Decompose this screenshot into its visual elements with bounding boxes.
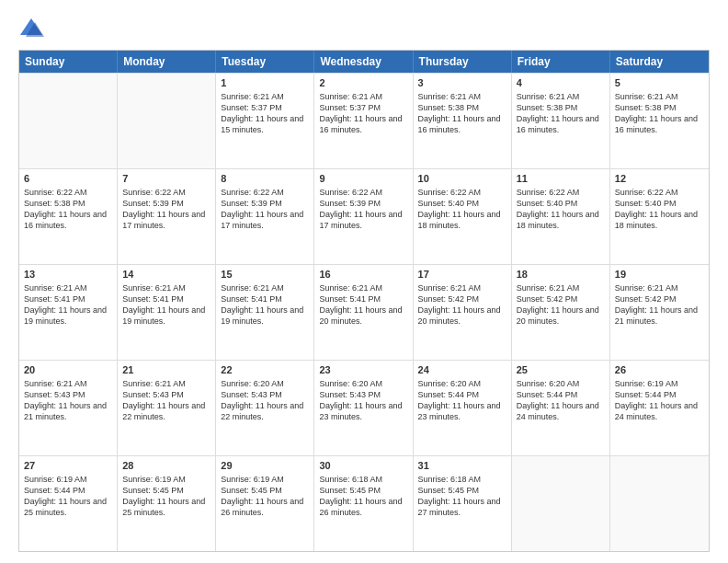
calendar-row-1: 1Sunrise: 6:21 AM Sunset: 5:37 PM Daylig… <box>19 73 709 168</box>
day-info: Sunrise: 6:22 AM Sunset: 5:40 PM Dayligh… <box>615 187 704 232</box>
day-info: Sunrise: 6:18 AM Sunset: 5:45 PM Dayligh… <box>319 474 407 519</box>
day-cell-12: 12Sunrise: 6:22 AM Sunset: 5:40 PM Dayli… <box>610 169 709 264</box>
day-cell-16: 16Sunrise: 6:21 AM Sunset: 5:41 PM Dayli… <box>314 265 413 360</box>
day-cell-7: 7Sunrise: 6:22 AM Sunset: 5:39 PM Daylig… <box>118 169 216 264</box>
day-cell-17: 17Sunrise: 6:21 AM Sunset: 5:42 PM Dayli… <box>414 265 512 360</box>
day-number: 20 <box>24 363 112 377</box>
calendar-row-2: 6Sunrise: 6:22 AM Sunset: 5:38 PM Daylig… <box>19 168 709 264</box>
day-info: Sunrise: 6:21 AM Sunset: 5:41 PM Dayligh… <box>122 282 210 327</box>
day-info: Sunrise: 6:19 AM Sunset: 5:44 PM Dayligh… <box>24 474 112 519</box>
day-info: Sunrise: 6:21 AM Sunset: 5:37 PM Dayligh… <box>221 91 309 136</box>
day-number: 18 <box>517 268 605 282</box>
day-info: Sunrise: 6:22 AM Sunset: 5:40 PM Dayligh… <box>517 187 605 232</box>
day-number: 7 <box>122 172 210 186</box>
day-number: 19 <box>615 268 704 282</box>
day-number: 12 <box>615 172 704 186</box>
day-number: 13 <box>24 268 112 282</box>
logo-icon <box>18 15 44 40</box>
calendar-row-3: 13Sunrise: 6:21 AM Sunset: 5:41 PM Dayli… <box>19 264 709 360</box>
header-day-wednesday: Wednesday <box>314 51 413 73</box>
day-info: Sunrise: 6:21 AM Sunset: 5:43 PM Dayligh… <box>122 378 210 423</box>
day-number: 25 <box>517 363 605 377</box>
day-info: Sunrise: 6:21 AM Sunset: 5:38 PM Dayligh… <box>418 91 506 136</box>
empty-cell <box>19 74 118 168</box>
day-number: 6 <box>24 172 112 186</box>
day-info: Sunrise: 6:22 AM Sunset: 5:39 PM Dayligh… <box>221 187 309 232</box>
day-cell-31: 31Sunrise: 6:18 AM Sunset: 5:45 PM Dayli… <box>414 456 512 551</box>
day-info: Sunrise: 6:22 AM Sunset: 5:38 PM Dayligh… <box>24 187 112 232</box>
header-day-tuesday: Tuesday <box>216 51 314 73</box>
logo <box>18 15 48 40</box>
day-info: Sunrise: 6:18 AM Sunset: 5:45 PM Dayligh… <box>418 474 506 519</box>
day-cell-18: 18Sunrise: 6:21 AM Sunset: 5:42 PM Dayli… <box>512 265 610 360</box>
day-number: 3 <box>418 76 506 90</box>
calendar-row-4: 20Sunrise: 6:21 AM Sunset: 5:43 PM Dayli… <box>19 360 709 455</box>
day-info: Sunrise: 6:21 AM Sunset: 5:42 PM Dayligh… <box>615 282 704 327</box>
day-info: Sunrise: 6:21 AM Sunset: 5:41 PM Dayligh… <box>221 282 309 327</box>
day-cell-15: 15Sunrise: 6:21 AM Sunset: 5:41 PM Dayli… <box>216 265 314 360</box>
day-info: Sunrise: 6:21 AM Sunset: 5:38 PM Dayligh… <box>517 91 605 136</box>
day-info: Sunrise: 6:21 AM Sunset: 5:41 PM Dayligh… <box>319 282 407 327</box>
day-cell-25: 25Sunrise: 6:20 AM Sunset: 5:44 PM Dayli… <box>512 361 610 455</box>
day-info: Sunrise: 6:21 AM Sunset: 5:42 PM Dayligh… <box>517 282 605 327</box>
empty-cell <box>118 74 216 168</box>
day-cell-2: 2Sunrise: 6:21 AM Sunset: 5:37 PM Daylig… <box>314 74 413 168</box>
day-cell-21: 21Sunrise: 6:21 AM Sunset: 5:43 PM Dayli… <box>118 361 216 455</box>
day-cell-19: 19Sunrise: 6:21 AM Sunset: 5:42 PM Dayli… <box>610 265 709 360</box>
day-cell-24: 24Sunrise: 6:20 AM Sunset: 5:44 PM Dayli… <box>414 361 512 455</box>
day-number: 10 <box>418 172 506 186</box>
header-day-friday: Friday <box>512 51 610 73</box>
day-number: 22 <box>221 363 309 377</box>
day-number: 31 <box>418 459 506 473</box>
day-cell-14: 14Sunrise: 6:21 AM Sunset: 5:41 PM Dayli… <box>118 265 216 360</box>
header-day-monday: Monday <box>118 51 216 73</box>
day-info: Sunrise: 6:22 AM Sunset: 5:39 PM Dayligh… <box>122 187 210 232</box>
day-info: Sunrise: 6:22 AM Sunset: 5:40 PM Dayligh… <box>418 187 506 232</box>
page: SundayMondayTuesdayWednesdayThursdayFrid… <box>0 0 728 563</box>
day-info: Sunrise: 6:20 AM Sunset: 5:44 PM Dayligh… <box>418 378 506 423</box>
day-cell-30: 30Sunrise: 6:18 AM Sunset: 5:45 PM Dayli… <box>314 456 413 551</box>
day-number: 14 <box>122 268 210 282</box>
day-number: 24 <box>418 363 506 377</box>
header-day-saturday: Saturday <box>610 51 709 73</box>
day-number: 2 <box>319 76 407 90</box>
day-cell-20: 20Sunrise: 6:21 AM Sunset: 5:43 PM Dayli… <box>19 361 118 455</box>
day-number: 4 <box>517 76 605 90</box>
day-cell-1: 1Sunrise: 6:21 AM Sunset: 5:37 PM Daylig… <box>216 74 314 168</box>
day-number: 11 <box>517 172 605 186</box>
day-info: Sunrise: 6:20 AM Sunset: 5:43 PM Dayligh… <box>319 378 407 423</box>
day-cell-28: 28Sunrise: 6:19 AM Sunset: 5:45 PM Dayli… <box>118 456 216 551</box>
day-info: Sunrise: 6:22 AM Sunset: 5:39 PM Dayligh… <box>319 187 407 232</box>
day-info: Sunrise: 6:21 AM Sunset: 5:38 PM Dayligh… <box>615 91 704 136</box>
calendar-header: SundayMondayTuesdayWednesdayThursdayFrid… <box>19 51 709 73</box>
day-cell-10: 10Sunrise: 6:22 AM Sunset: 5:40 PM Dayli… <box>414 169 512 264</box>
day-cell-9: 9Sunrise: 6:22 AM Sunset: 5:39 PM Daylig… <box>314 169 413 264</box>
day-cell-26: 26Sunrise: 6:19 AM Sunset: 5:44 PM Dayli… <box>610 361 709 455</box>
day-number: 21 <box>122 363 210 377</box>
day-cell-27: 27Sunrise: 6:19 AM Sunset: 5:44 PM Dayli… <box>19 456 118 551</box>
day-cell-29: 29Sunrise: 6:19 AM Sunset: 5:45 PM Dayli… <box>216 456 314 551</box>
day-cell-3: 3Sunrise: 6:21 AM Sunset: 5:38 PM Daylig… <box>414 74 512 168</box>
day-info: Sunrise: 6:20 AM Sunset: 5:44 PM Dayligh… <box>517 378 605 423</box>
day-number: 30 <box>319 459 407 473</box>
empty-cell <box>610 456 709 551</box>
day-cell-4: 4Sunrise: 6:21 AM Sunset: 5:38 PM Daylig… <box>512 74 610 168</box>
calendar-row-5: 27Sunrise: 6:19 AM Sunset: 5:44 PM Dayli… <box>19 455 709 551</box>
header <box>18 15 710 40</box>
day-cell-13: 13Sunrise: 6:21 AM Sunset: 5:41 PM Dayli… <box>19 265 118 360</box>
day-number: 28 <box>122 459 210 473</box>
day-number: 9 <box>319 172 407 186</box>
day-cell-11: 11Sunrise: 6:22 AM Sunset: 5:40 PM Dayli… <box>512 169 610 264</box>
day-number: 16 <box>319 268 407 282</box>
day-info: Sunrise: 6:20 AM Sunset: 5:43 PM Dayligh… <box>221 378 309 423</box>
calendar-body: 1Sunrise: 6:21 AM Sunset: 5:37 PM Daylig… <box>19 73 709 551</box>
day-number: 17 <box>418 268 506 282</box>
calendar: SundayMondayTuesdayWednesdayThursdayFrid… <box>18 50 710 552</box>
day-number: 23 <box>319 363 407 377</box>
day-cell-6: 6Sunrise: 6:22 AM Sunset: 5:38 PM Daylig… <box>19 169 118 264</box>
day-cell-8: 8Sunrise: 6:22 AM Sunset: 5:39 PM Daylig… <box>216 169 314 264</box>
day-number: 5 <box>615 76 704 90</box>
header-day-sunday: Sunday <box>19 51 118 73</box>
day-info: Sunrise: 6:21 AM Sunset: 5:42 PM Dayligh… <box>418 282 506 327</box>
day-cell-23: 23Sunrise: 6:20 AM Sunset: 5:43 PM Dayli… <box>314 361 413 455</box>
